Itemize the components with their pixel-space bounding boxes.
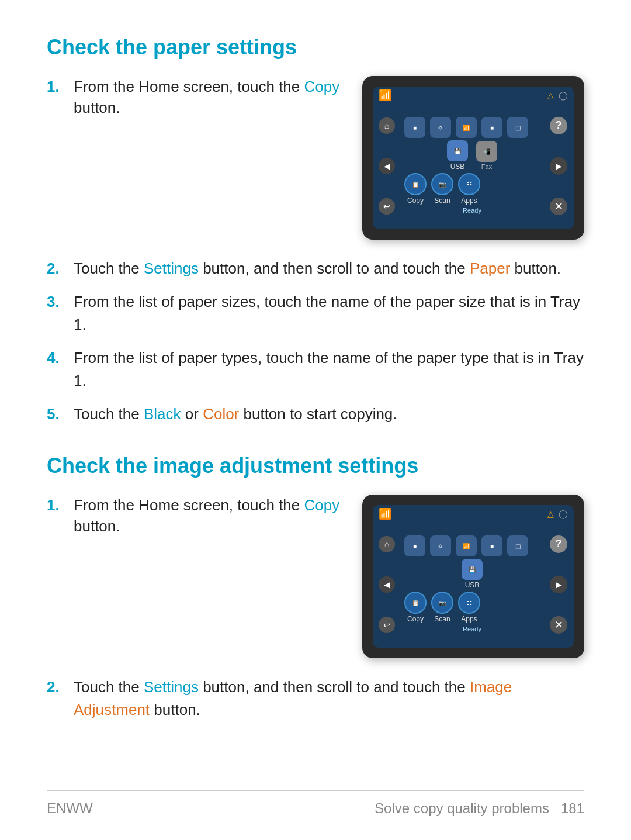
app-icon-1a[interactable]: ■ xyxy=(404,117,425,138)
section-paper-settings: Check the paper settings 1. From the Hom… xyxy=(47,35,584,426)
step1-text-col: 1. From the Home screen, touch the Copy … xyxy=(47,76,345,129)
step5-mid: or xyxy=(181,405,203,423)
step5-text: Touch the Black or Color button to start… xyxy=(74,403,584,426)
home-btn-2[interactable]: ⌂ xyxy=(379,536,395,552)
page-footer: ENWW Solve copy quality problems 181 xyxy=(47,790,584,817)
step2-settings-link: Settings xyxy=(144,260,199,277)
bottom-row-1: 📋 Copy 📷 Scan ☷ Apps xyxy=(400,172,545,207)
app-icon-1d[interactable]: ■ xyxy=(481,117,502,138)
usb-fax-row-1: 💾 USB 📲 Fax xyxy=(400,139,545,172)
top-right-icons-2: △ ◯ xyxy=(547,507,568,520)
s2-step2-text: Touch the Settings button, and then scro… xyxy=(74,676,584,721)
step1-image-col: 📶 △ ◯ ⌂ ◀ ↩ xyxy=(362,76,584,240)
step1-row: 1. From the Home screen, touch the Copy … xyxy=(47,76,584,240)
step1-list: 1. From the Home screen, touch the Copy … xyxy=(47,76,345,119)
fax-col-1: 📲 Fax xyxy=(476,141,497,170)
right-nav-2: ? ▶ ✕ xyxy=(548,524,569,645)
usb-label-2: USB xyxy=(465,581,480,589)
screen-main-2: ⌂ ◀ ↩ ■ ⛭ 📶 ■ ◫ xyxy=(373,521,574,648)
printer-screen-1: 📶 △ ◯ ⌂ ◀ ↩ xyxy=(362,76,584,240)
s2-step1-list: 1. From the Home screen, touch the Copy … xyxy=(47,495,345,537)
screen-inner-2: 📶 △ ◯ ⌂ ◀ ↩ xyxy=(373,505,574,648)
wifi-icon-2: 📶 xyxy=(379,507,391,520)
app-icon-2a[interactable]: ■ xyxy=(404,535,425,556)
s2-step1-item: 1. From the Home screen, touch the Copy … xyxy=(47,495,345,537)
status-bar-1: 📶 △ ◯ xyxy=(373,87,574,103)
cancel-btn-1[interactable]: ✕ xyxy=(550,198,567,215)
section2-title: Check the image adjustment settings xyxy=(47,454,584,478)
section-image-settings: Check the image adjustment settings 1. F… xyxy=(47,454,584,721)
copy-btn-1[interactable]: 📋 xyxy=(404,173,427,195)
app-grid-row-2: ■ ⛭ 📶 ■ ◫ xyxy=(400,534,545,558)
usb-icon-2[interactable]: 💾 xyxy=(462,559,483,580)
apps-wrap-2: ☷ Apps xyxy=(458,592,480,623)
usb-fax-row-2: 💾 USB xyxy=(400,558,545,590)
copy-wrap-2: 📋 Copy xyxy=(404,592,427,623)
step4-text: From the list of paper types, touch the … xyxy=(74,347,584,392)
scan-wrap-2: 📷 Scan xyxy=(431,592,453,623)
step5-item: 5. Touch the Black or Color button to st… xyxy=(47,403,584,426)
step1-text: From the Home screen, touch the Copy but… xyxy=(74,76,345,119)
step2-after: button. xyxy=(510,260,561,277)
top-right-icons-1: △ ◯ xyxy=(547,89,568,102)
s2-step2-mid: button, and then scroll to and touch the xyxy=(199,678,470,696)
right-nav-1: ? ▶ ✕ xyxy=(548,105,569,227)
warning-icon-2: △ xyxy=(547,509,554,518)
steps-2-5-list: 2. Touch the Settings button, and then s… xyxy=(47,257,584,426)
s2-step1-num: 1. xyxy=(47,495,74,516)
app-icon-1b[interactable]: ⛭ xyxy=(430,117,451,138)
apps-label-2: Apps xyxy=(461,615,477,623)
apps-wrap-1: ☷ Apps xyxy=(458,173,480,205)
back-btn-2[interactable]: ◀ xyxy=(379,576,395,593)
screen-content-1: ■ ⛭ 📶 ■ ◫ 💾 USB xyxy=(400,105,545,227)
step4-item: 4. From the list of paper types, touch t… xyxy=(47,347,584,392)
step3-text: From the list of paper sizes, touch the … xyxy=(74,291,584,336)
step1-text-before: From the Home screen, touch the xyxy=(74,78,304,95)
app-icon-2b[interactable]: ⛭ xyxy=(430,535,451,556)
step3-num: 3. xyxy=(47,291,74,313)
copy-btn-2[interactable]: 📋 xyxy=(404,592,427,614)
scan-btn-2[interactable]: 📷 xyxy=(431,592,453,614)
screen-main-1: ⌂ ◀ ↩ ■ ⛭ 📶 ■ ◫ xyxy=(373,103,574,229)
copy-label-1: Copy xyxy=(407,196,424,205)
undo-btn-2[interactable]: ↩ xyxy=(379,617,395,633)
app-icon-1c[interactable]: 📶 xyxy=(456,117,477,138)
step2-mid: button, and then scroll to and touch the xyxy=(199,260,470,277)
status-bar-2: 📶 △ ◯ xyxy=(373,505,574,521)
help-btn-2[interactable]: ? xyxy=(550,535,567,553)
step5-after: button to start copying. xyxy=(239,405,397,423)
step2-text: Touch the Settings button, and then scro… xyxy=(74,257,584,280)
app-icon-2e[interactable]: ◫ xyxy=(507,535,528,556)
usb-col-2: 💾 USB xyxy=(462,559,483,589)
undo-btn-1[interactable]: ↩ xyxy=(379,198,395,215)
apps-btn-2[interactable]: ☷ xyxy=(458,592,480,614)
step5-before: Touch the xyxy=(74,405,144,423)
step3-item: 3. From the list of paper sizes, touch t… xyxy=(47,291,584,336)
footer-right-text: Solve copy quality problems xyxy=(375,800,549,816)
forward-btn-2[interactable]: ▶ xyxy=(550,576,567,593)
footer-page-info: Solve copy quality problems 181 xyxy=(375,800,584,817)
step1-num: 1. xyxy=(47,76,74,97)
s2-step2-before: Touch the xyxy=(74,678,144,696)
back-btn-1[interactable]: ◀ xyxy=(379,158,395,174)
home-btn-1[interactable]: ⌂ xyxy=(379,117,395,134)
copy-label-2: Copy xyxy=(407,615,424,623)
footer-enww: ENWW xyxy=(47,800,93,817)
help-btn-1[interactable]: ? xyxy=(550,117,567,134)
s2-step1-text-col: 1. From the Home screen, touch the Copy … xyxy=(47,495,345,548)
s2-step2-item: 2. Touch the Settings button, and then s… xyxy=(47,676,584,721)
s2-step1-before: From the Home screen, touch the xyxy=(74,496,304,514)
cancel-btn-2[interactable]: ✕ xyxy=(550,616,567,634)
screen-inner-1: 📶 △ ◯ ⌂ ◀ ↩ xyxy=(373,87,574,229)
fax-icon-1[interactable]: 📲 xyxy=(476,141,497,162)
warning-icon-1: △ xyxy=(547,91,554,100)
apps-btn-1[interactable]: ☷ xyxy=(458,173,480,195)
app-icon-2d[interactable]: ■ xyxy=(481,535,502,556)
scan-btn-1[interactable]: 📷 xyxy=(431,173,453,195)
forward-btn-1[interactable]: ▶ xyxy=(550,157,567,175)
app-icon-1e[interactable]: ◫ xyxy=(507,117,528,138)
ready-label-1: Ready xyxy=(400,207,545,216)
step2-before: Touch the xyxy=(74,260,144,277)
app-icon-2c[interactable]: 📶 xyxy=(456,535,477,556)
usb-icon-1[interactable]: 💾 xyxy=(447,140,468,161)
